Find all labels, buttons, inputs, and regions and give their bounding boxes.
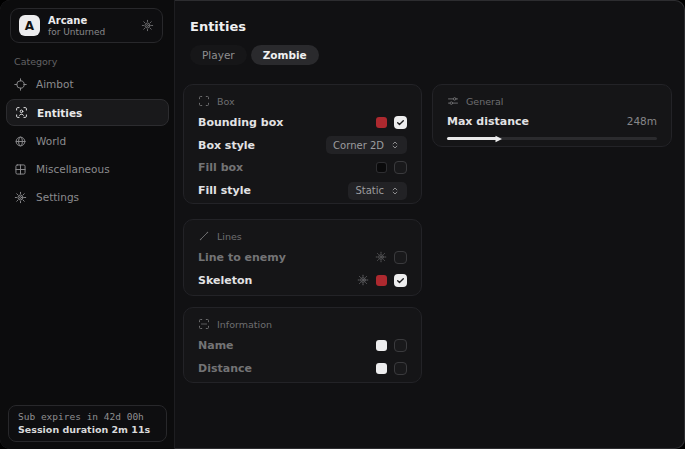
line-icon — [198, 230, 210, 242]
row-settings-gear-icon[interactable] — [375, 251, 387, 263]
checkbox[interactable] — [394, 161, 407, 174]
color-swatch[interactable] — [376, 117, 387, 128]
dropdown-value: Static — [355, 185, 384, 196]
sidebar-item-aimbot[interactable]: Aimbot — [14, 72, 74, 96]
box-select-icon — [198, 95, 210, 107]
app-subtitle: for Unturned — [48, 27, 105, 37]
setting-row-fill-style: Fill style Static — [184, 179, 421, 202]
slider-thumb-arrow-icon[interactable] — [495, 135, 503, 143]
color-swatch[interactable] — [376, 363, 387, 374]
setting-row-box-style: Box style Corner 2D — [184, 134, 421, 157]
sidebar-item-label: Entities — [37, 107, 82, 119]
color-swatch[interactable] — [376, 162, 387, 173]
setting-row-name: Name — [184, 334, 421, 357]
information-section: Information Name Distance — [183, 307, 422, 383]
crosshair-icon — [14, 78, 27, 91]
checkbox[interactable] — [394, 339, 407, 352]
gear-icon — [14, 191, 27, 204]
section-title: General — [466, 96, 503, 107]
checkbox[interactable] — [394, 116, 407, 129]
checkbox[interactable] — [394, 362, 407, 375]
slider-fill — [447, 137, 497, 140]
tab-zombie[interactable]: Zombie — [251, 45, 319, 65]
check-icon — [396, 118, 405, 127]
sidebar-item-label: Settings — [36, 191, 79, 203]
sliders-icon — [447, 95, 459, 107]
information-section-header: Information — [184, 308, 421, 334]
app-logo: A — [19, 15, 40, 36]
category-label: Category — [14, 56, 57, 67]
setting-label: Fill box — [198, 161, 243, 174]
app-title: Arcane — [48, 15, 105, 26]
section-title: Information — [217, 319, 272, 330]
setting-label: Name — [198, 339, 234, 352]
sidebar-item-label: Aimbot — [36, 78, 74, 90]
checkbox[interactable] — [394, 274, 407, 287]
arcane-window: A Arcane for Unturned Category Aimbot — [0, 0, 685, 449]
app-header: A Arcane for Unturned — [10, 8, 163, 43]
setting-row-distance: Distance — [184, 357, 421, 380]
chevrons-up-down-icon — [390, 186, 400, 196]
setting-label: Max distance — [447, 115, 529, 128]
setting-row-skeleton: Skeleton — [184, 269, 421, 292]
sidebar-item-label: World — [36, 135, 66, 147]
session-duration-text: Session duration 2m 11s — [18, 424, 157, 435]
section-title: Lines — [217, 231, 242, 242]
checkbox[interactable] — [394, 251, 407, 264]
sidebar-item-entities[interactable]: Entities — [6, 99, 169, 126]
box-section: Box Bounding box Box style Corner 2D — [183, 84, 422, 204]
setting-row-max-distance: Max distance 248m — [433, 113, 671, 129]
color-swatch[interactable] — [376, 340, 387, 351]
color-swatch[interactable] — [376, 275, 387, 286]
max-distance-value: 248m — [627, 115, 657, 127]
dropdown-value: Corner 2D — [333, 140, 384, 151]
lines-section: Lines Line to enemy Skeleton — [183, 219, 422, 296]
setting-row-line-to-enemy: Line to enemy — [184, 246, 421, 269]
box-section-header: Box — [184, 85, 421, 111]
sidebar-item-label: Miscellaneous — [36, 163, 110, 175]
sidebar-item-miscellaneous[interactable]: Miscellaneous — [14, 157, 110, 181]
setting-row-fill-box: Fill box — [184, 157, 421, 180]
gear-icon[interactable] — [141, 19, 154, 32]
tab-player[interactable]: Player — [190, 45, 247, 65]
general-section-header: General — [433, 85, 671, 111]
setting-label: Box style — [198, 139, 255, 152]
dropdown-fill-style[interactable]: Static — [348, 182, 407, 200]
max-distance-slider[interactable] — [447, 137, 657, 140]
globe-icon — [14, 135, 27, 148]
setting-label: Fill style — [198, 184, 251, 197]
app-title-block: Arcane for Unturned — [48, 15, 105, 37]
setting-label: Bounding box — [198, 116, 283, 129]
tab-bar: Player Zombie — [190, 45, 319, 65]
subscription-info: Sub expires in 42d 00h Session duration … — [8, 405, 167, 442]
entity-scan-icon — [15, 106, 28, 119]
row-settings-gear-icon[interactable] — [357, 274, 369, 286]
setting-label: Distance — [198, 362, 252, 375]
grid-icon — [14, 163, 27, 176]
dropdown-box-style[interactable]: Corner 2D — [326, 136, 407, 154]
general-section: General Max distance 248m — [432, 84, 672, 147]
setting-label: Skeleton — [198, 274, 252, 287]
sidebar-item-world[interactable]: World — [14, 129, 66, 153]
setting-row-bounding-box: Bounding box — [184, 111, 421, 134]
setting-label: Line to enemy — [198, 251, 286, 264]
lines-section-header: Lines — [184, 220, 421, 246]
check-icon — [396, 276, 405, 285]
page-title: Entities — [190, 19, 246, 34]
sidebar: A Arcane for Unturned Category Aimbot — [0, 0, 175, 449]
sub-expiry-text: Sub expires in 42d 00h — [18, 411, 157, 422]
scan-info-icon — [198, 318, 210, 330]
section-title: Box — [217, 96, 235, 107]
chevrons-up-down-icon — [390, 140, 400, 150]
sidebar-item-settings[interactable]: Settings — [14, 185, 79, 209]
